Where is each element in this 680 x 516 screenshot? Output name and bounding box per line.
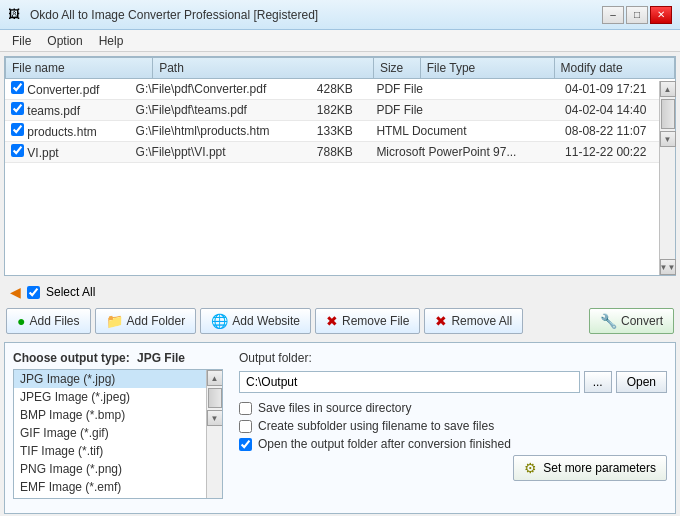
- close-button[interactable]: ✕: [650, 6, 672, 24]
- add-website-button[interactable]: 🌐 Add Website: [200, 308, 311, 334]
- window-title: Okdo All to Image Converter Professional…: [30, 8, 318, 22]
- convert-label: Convert: [621, 314, 663, 328]
- select-all-label: Select All: [46, 285, 95, 299]
- scroll-down-btn[interactable]: ▼: [660, 131, 676, 147]
- output-section: Choose output type: JPG File JPG Image (…: [4, 342, 676, 514]
- row-filename: Converter.pdf: [27, 83, 99, 97]
- output-type-item[interactable]: GIF Image (*.gif): [14, 424, 222, 442]
- save-source-row: Save files in source directory: [239, 401, 667, 415]
- select-all-row: ◀ Select All: [4, 280, 676, 304]
- row-filetype: PDF File: [370, 79, 559, 100]
- row-size: 788KB: [311, 142, 371, 163]
- open-folder-checkbox[interactable]: [239, 438, 252, 451]
- col-filename: File name: [6, 58, 153, 79]
- row-checkbox[interactable]: [11, 123, 24, 136]
- row-path: G:\File\ppt\VI.ppt: [130, 142, 311, 163]
- add-folder-icon: 📁: [106, 313, 123, 329]
- output-folder-label: Output folder:: [239, 351, 667, 365]
- table-scrollbar[interactable]: ▲ ▼ ▼▼: [659, 81, 675, 275]
- save-source-checkbox[interactable]: [239, 402, 252, 415]
- remove-file-icon: ✖: [326, 313, 338, 329]
- menu-help[interactable]: Help: [91, 32, 132, 50]
- remove-file-button[interactable]: ✖ Remove File: [315, 308, 420, 334]
- row-filename: VI.ppt: [27, 146, 58, 160]
- open-folder-label: Open the output folder after conversion …: [258, 437, 511, 451]
- remove-all-button[interactable]: ✖ Remove All: [424, 308, 523, 334]
- minimize-button[interactable]: –: [602, 6, 624, 24]
- row-filename: teams.pdf: [27, 104, 80, 118]
- subfolder-label: Create subfolder using filename to save …: [258, 419, 494, 433]
- list-scrollbar[interactable]: ▲ ▼: [206, 370, 222, 498]
- open-label: Open: [627, 375, 656, 389]
- gear-icon: ⚙: [524, 460, 537, 476]
- table-row: products.htmG:\File\html\products.htm133…: [5, 121, 675, 142]
- output-type-panel: Choose output type: JPG File JPG Image (…: [13, 351, 223, 499]
- table-row: Converter.pdfG:\File\pdf\Converter.pdf42…: [5, 79, 675, 100]
- table-row: VI.pptG:\File\ppt\VI.ppt788KBMicrosoft P…: [5, 142, 675, 163]
- select-all-checkbox[interactable]: [27, 286, 40, 299]
- add-files-label: Add Files: [29, 314, 79, 328]
- table-body: Converter.pdfG:\File\pdf\Converter.pdf42…: [5, 79, 675, 234]
- folder-browse-button[interactable]: ...: [584, 371, 612, 393]
- add-files-icon: ●: [17, 313, 25, 329]
- output-type-item[interactable]: JPEG Image (*.jpeg): [14, 388, 222, 406]
- file-table: File name Path Size File Type Modify dat…: [5, 57, 675, 79]
- menu-file[interactable]: File: [4, 32, 39, 50]
- remove-all-icon: ✖: [435, 313, 447, 329]
- list-scroll-up[interactable]: ▲: [207, 370, 223, 386]
- row-path: G:\File\html\products.htm: [130, 121, 311, 142]
- add-folder-label: Add Folder: [127, 314, 186, 328]
- output-type-list[interactable]: JPG Image (*.jpg)JPEG Image (*.jpeg)BMP …: [13, 369, 223, 499]
- add-website-icon: 🌐: [211, 313, 228, 329]
- folder-open-button[interactable]: Open: [616, 371, 667, 393]
- bottom-row: ⚙ Set more parameters: [239, 455, 667, 481]
- row-size: 428KB: [311, 79, 371, 100]
- output-top: Choose output type: JPG File JPG Image (…: [13, 351, 667, 499]
- row-path: G:\File\pdf\Converter.pdf: [130, 79, 311, 100]
- row-modified: 08-08-22 11:07: [559, 121, 675, 142]
- table-header-row: File name Path Size File Type Modify dat…: [6, 58, 675, 79]
- arrow-icon: ◀: [10, 284, 21, 300]
- row-size: 182KB: [311, 100, 371, 121]
- main-content: File name Path Size File Type Modify dat…: [0, 52, 680, 516]
- maximize-button[interactable]: □: [626, 6, 648, 24]
- add-website-label: Add Website: [232, 314, 300, 328]
- save-source-label: Save files in source directory: [258, 401, 411, 415]
- row-modified: 04-01-09 17:21: [559, 79, 675, 100]
- output-type-value: JPG File: [137, 351, 185, 365]
- toolbar: ● Add Files 📁 Add Folder 🌐 Add Website ✖…: [4, 304, 676, 338]
- add-files-button[interactable]: ● Add Files: [6, 308, 91, 334]
- set-more-button[interactable]: ⚙ Set more parameters: [513, 455, 667, 481]
- row-filetype: Microsoft PowerPoint 97...: [370, 142, 559, 163]
- convert-button[interactable]: 🔧 Convert: [589, 308, 674, 334]
- output-type-item[interactable]: EMF Image (*.emf): [14, 478, 222, 496]
- menu-option[interactable]: Option: [39, 32, 90, 50]
- folder-path-input[interactable]: [239, 371, 580, 393]
- table-row: teams.pdfG:\File\pdf\teams.pdf182KBPDF F…: [5, 100, 675, 121]
- title-bar: 🖼 Okdo All to Image Converter Profession…: [0, 0, 680, 30]
- output-type-item[interactable]: JPG Image (*.jpg): [14, 370, 222, 388]
- row-filetype: HTML Document: [370, 121, 559, 142]
- list-scroll-down[interactable]: ▼: [207, 410, 223, 426]
- output-type-label: Choose output type: JPG File: [13, 351, 223, 365]
- output-type-item[interactable]: BMP Image (*.bmp): [14, 406, 222, 424]
- scroll-thumb[interactable]: [661, 99, 675, 129]
- browse-label: ...: [593, 375, 603, 389]
- row-size: 133KB: [311, 121, 371, 142]
- add-folder-button[interactable]: 📁 Add Folder: [95, 308, 197, 334]
- row-checkbox[interactable]: [11, 144, 24, 157]
- file-table-container: File name Path Size File Type Modify dat…: [4, 56, 676, 276]
- row-modified: 11-12-22 00:22: [559, 142, 675, 163]
- output-type-item[interactable]: TIF Image (*.tif): [14, 442, 222, 460]
- output-type-item[interactable]: PNG Image (*.png): [14, 460, 222, 478]
- subfolder-checkbox[interactable]: [239, 420, 252, 433]
- scroll-bottom-btn[interactable]: ▼▼: [660, 259, 676, 275]
- row-checkbox[interactable]: [11, 102, 24, 115]
- col-filetype: File Type: [420, 58, 554, 79]
- app-icon: 🖼: [8, 7, 24, 23]
- row-checkbox[interactable]: [11, 81, 24, 94]
- scroll-up-btn[interactable]: ▲: [660, 81, 676, 97]
- list-scroll-thumb[interactable]: [208, 388, 222, 408]
- row-filename: products.htm: [27, 125, 96, 139]
- menu-bar: File Option Help: [0, 30, 680, 52]
